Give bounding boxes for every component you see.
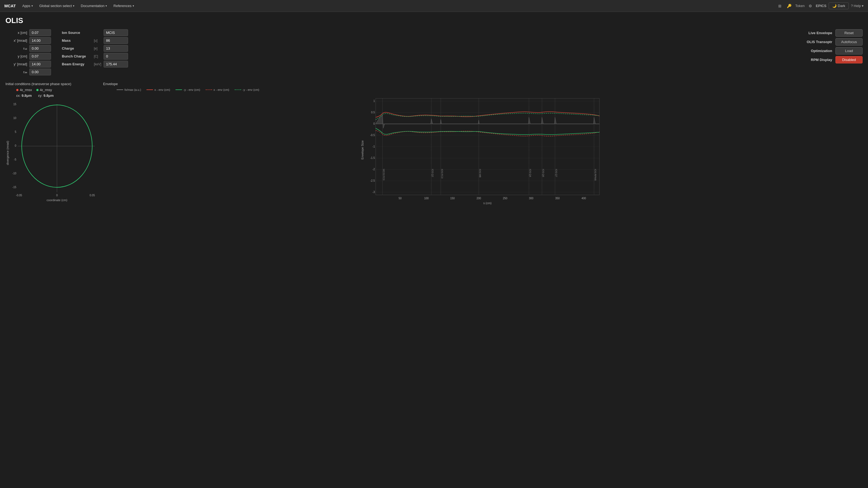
ion-field-unit: [C] — [94, 55, 101, 58]
ion-field-input[interactable] — [104, 37, 128, 44]
emittance-text: εx: 9.8μm εy: 9.8μm — [5, 94, 98, 98]
page-title: OLIS — [5, 16, 863, 25]
svg-text:10: 10 — [13, 117, 17, 120]
params-section: x [cm] x' [mrad] r₁₂ y [cm] y' [mrad] r₃… — [5, 29, 863, 75]
svg-text:200: 200 — [476, 197, 481, 200]
references-caret-icon: ▾ — [133, 4, 134, 7]
phase-param-input[interactable] — [29, 29, 51, 36]
svg-text:-5: -5 — [14, 158, 16, 161]
env-line-icon — [147, 90, 153, 90]
help-button[interactable]: ? Help ▾ — [851, 4, 864, 8]
load-button[interactable]: Load — [835, 47, 863, 55]
svg-text:-1.5: -1.5 — [370, 156, 375, 159]
phase-space-chart: divergence (mrad) 15 10 5 0 -5 -10 -15 -… — [5, 99, 98, 202]
apps-caret-icon: ▾ — [31, 4, 33, 7]
svg-text:MCIS:FC0: MCIS:FC0 — [382, 169, 385, 180]
legend-dot-icon — [16, 89, 19, 91]
reset-button[interactable]: Reset — [835, 29, 863, 37]
optimization-row: Optimization Load — [794, 47, 863, 55]
svg-text:IOS:MB: IOS:MB — [479, 169, 482, 177]
svg-text:15: 15 — [13, 103, 17, 106]
env-line-icon — [176, 90, 182, 90]
phase-param-label: x' [mrad] — [5, 38, 27, 42]
ion-field-input[interactable] — [104, 45, 128, 52]
documentation-caret-icon: ▾ — [105, 4, 107, 7]
phase-param-input[interactable] — [29, 37, 51, 44]
global-section-caret-icon: ▾ — [73, 4, 74, 7]
svg-text:-0.5: -0.5 — [370, 134, 375, 137]
svg-text:50: 50 — [399, 197, 402, 200]
svg-text:-3: -3 — [372, 191, 375, 194]
dark-mode-button[interactable]: 🌙 Dark — [829, 2, 849, 9]
olis-transoptr-label: OLIS Transoptr — [794, 40, 832, 44]
env-line-icon — [206, 90, 212, 90]
env-line-icon — [117, 90, 123, 90]
phase-params: x [cm] x' [mrad] r₁₂ y [cm] y' [mrad] r₃… — [5, 29, 51, 75]
ion-field-input[interactable] — [104, 61, 128, 67]
nav-references[interactable]: References ▾ — [111, 2, 136, 9]
ion-source-value-input[interactable] — [104, 29, 128, 36]
phase-chart-title: Initial conditions (transverse phase spa… — [5, 82, 98, 86]
nav-global-section[interactable]: Global section select ▾ — [37, 2, 77, 9]
rpm-display-label: RPM Display — [794, 58, 832, 62]
phase-param-label: y [cm] — [5, 54, 27, 58]
disabled-button[interactable]: Disabled — [835, 56, 863, 63]
ion-source-name-label: Ion Source — [62, 31, 92, 35]
main-content: OLIS x [cm] x' [mrad] r₁₂ y [cm] y' [mra… — [0, 12, 868, 211]
emittance-y: εy: 9.8μm — [38, 94, 54, 98]
svg-text:300: 300 — [529, 197, 533, 200]
ion-field-name: Beam Energy — [62, 62, 92, 66]
svg-text:350: 350 — [555, 197, 560, 200]
phase-param-input[interactable] — [29, 53, 51, 60]
svg-text:IOS:Q7: IOS:Q7 — [555, 169, 558, 177]
ion-field-name: Mass — [62, 38, 92, 42]
envelope-legend: fx/max (a.u.) x - env (cm) -y - env (cm)… — [103, 88, 863, 91]
phase-param-input[interactable] — [29, 45, 51, 52]
envelope-legend-item: -y - env (cm) — [176, 88, 200, 91]
navbar: MCAT Apps ▾ Global section select ▾ Docu… — [0, 0, 868, 12]
svg-text:0: 0 — [373, 122, 375, 125]
envelope-legend-item: x - env (cm) — [147, 88, 170, 91]
phase-param-row: y' [mrad] — [5, 61, 51, 67]
ion-source-params: Ion Source Mass [u] Charge [e] Bunch Cha… — [62, 29, 128, 75]
phase-param-input[interactable] — [29, 69, 51, 75]
svg-text:-1: -1 — [372, 145, 375, 148]
envelope-legend-item: x - env (cm) — [206, 88, 229, 91]
svg-text:-0.05: -0.05 — [16, 194, 22, 197]
navbar-right: ⊞ 🔑 Token ⚙ EPICS 🌙 Dark ? Help ▾ — [777, 2, 864, 9]
controls-section: Live Envelope Reset OLIS Transoptr Autof… — [794, 29, 863, 75]
ion-field-row: Beam Energy [keV] — [62, 61, 128, 67]
svg-text:5: 5 — [14, 130, 16, 133]
svg-text:Envelope Size: Envelope Size — [361, 140, 364, 159]
env-legend-label: -y - env (cm) — [243, 88, 259, 91]
svg-text:coordinate (cm): coordinate (cm) — [46, 198, 67, 202]
nav-apps[interactable]: Apps ▾ — [20, 2, 35, 9]
nav-documentation[interactable]: Documentation ▾ — [78, 2, 110, 9]
svg-text:s (cm): s (cm) — [484, 201, 492, 205]
svg-text:0: 0 — [14, 144, 16, 147]
svg-text:divergence (mrad): divergence (mrad) — [6, 141, 9, 165]
phase-legend-item: 4ε_rmsx — [16, 88, 32, 92]
svg-text:250: 250 — [503, 197, 507, 200]
envelope-chart-title: Envelope — [103, 82, 863, 86]
phase-param-input[interactable] — [29, 61, 51, 67]
env-legend-label: fx/max (a.u.) — [124, 88, 141, 91]
key-icon[interactable]: 🔑 — [785, 3, 793, 9]
phase-param-row: y [cm] — [5, 53, 51, 60]
svg-text:IOS:Q6: IOS:Q6 — [542, 169, 545, 177]
env-legend-label: x - env (cm) — [214, 88, 229, 91]
charts-section: Initial conditions (transverse phase spa… — [5, 82, 863, 207]
phase-param-label: r₁₂ — [5, 46, 27, 51]
ion-field-row: Bunch Charge [C] — [62, 53, 128, 60]
ion-field-name: Charge — [62, 46, 92, 51]
ion-field-input[interactable] — [104, 53, 128, 60]
token-label[interactable]: Token — [795, 4, 805, 8]
phase-param-label: y' [mrad] — [5, 62, 27, 66]
autofocus-button[interactable]: Autofocus — [835, 38, 863, 45]
ion-field-row: Charge [e] — [62, 45, 128, 52]
settings-icon[interactable]: ⚙ — [807, 3, 814, 9]
rpm-display-row: RPM Display Disabled — [794, 56, 863, 63]
phase-param-row: x [cm] — [5, 29, 51, 36]
epics-label[interactable]: EPICS — [816, 4, 827, 8]
grid-icon[interactable]: ⊞ — [777, 3, 783, 9]
